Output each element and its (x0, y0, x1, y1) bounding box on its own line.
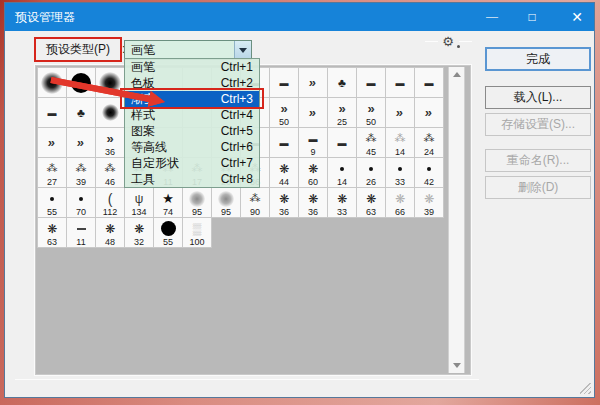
scroll-up-button[interactable] (449, 67, 464, 82)
brush-cell[interactable]: ▬ (414, 67, 444, 98)
brush-cell[interactable]: ▬ (385, 67, 415, 98)
brush-cell[interactable] (66, 67, 96, 98)
brush-cell[interactable]: 26 (356, 157, 386, 188)
brush-cell[interactable]: ▬ (37, 97, 67, 128)
combo-dropdown-button[interactable] (234, 41, 251, 59)
brush-cell[interactable]: » (414, 97, 444, 128)
brush-cell[interactable]: ♣ (327, 67, 357, 98)
brush-cell[interactable]: ❋32 (124, 217, 154, 248)
menu-item[interactable]: 画笔Ctrl+1 (125, 59, 259, 75)
brush-cell[interactable]: ⁂27 (37, 157, 67, 188)
menu-item-shortcut: Ctrl+7 (221, 155, 253, 171)
brush-cell[interactable]: ❋48 (95, 217, 125, 248)
brush-cell[interactable]: »50 (269, 97, 299, 128)
brush-cell[interactable]: ★74 (153, 187, 183, 218)
brush-cell[interactable]: ⁂14 (385, 127, 415, 158)
brush-cell[interactable]: ⁂24 (414, 127, 444, 158)
brush-cell[interactable]: 11 (66, 217, 96, 248)
menu-item[interactable]: 渐变Ctrl+3 (125, 91, 259, 107)
brush-cell[interactable]: ❋44 (269, 157, 299, 188)
brush-cell[interactable]: ⁂46 (95, 157, 125, 188)
brush-cell[interactable]: » (37, 127, 67, 158)
brush-icon: » (308, 75, 317, 90)
minimize-button[interactable]: — (477, 3, 507, 31)
brush-cell[interactable]: ❋66 (385, 187, 415, 218)
brush-icon: » (367, 101, 374, 116)
scroll-up-icon (453, 72, 461, 77)
brush-cell[interactable]: ▬ (269, 127, 299, 158)
resize-grip[interactable] (580, 383, 591, 394)
brush-cell[interactable]: (112 (95, 187, 125, 218)
brush-cell[interactable]: ▬ (327, 127, 357, 158)
scroll-down-button[interactable] (449, 358, 464, 373)
brush-icon: ▬ (338, 138, 347, 148)
brush-size-label: 55 (38, 207, 66, 217)
load-button[interactable]: 载入(L)... (485, 86, 591, 109)
brush-cell[interactable]: ▬9 (298, 127, 328, 158)
brush-size-label: 63 (38, 237, 66, 247)
brush-icon (102, 104, 119, 121)
close-button[interactable]: ✕ (558, 3, 596, 31)
brush-cell[interactable]: 70 (66, 187, 96, 218)
menu-item[interactable]: 等高线Ctrl+6 (125, 139, 259, 155)
preset-type-label: 预设类型(P) (46, 41, 110, 58)
brush-cell[interactable]: ❋33 (327, 187, 357, 218)
brush-cell[interactable] (37, 67, 67, 98)
brush-cell[interactable]: ❋39 (414, 187, 444, 218)
brush-icon (77, 228, 86, 230)
brush-icon (71, 73, 91, 93)
brush-cell[interactable]: 33 (385, 157, 415, 188)
brush-cell[interactable]: ❋63 (37, 217, 67, 248)
brush-cell[interactable]: ▒100 (182, 217, 212, 248)
brush-size-label: 39 (67, 177, 95, 187)
brush-cell[interactable]: ❋63 (356, 187, 386, 218)
brush-cell[interactable]: 42 (414, 157, 444, 188)
brush-size-label: 95 (183, 207, 211, 217)
brush-cell[interactable]: ♣ (66, 97, 96, 128)
brush-cell[interactable]: ❋36 (298, 187, 328, 218)
brush-cell[interactable]: ψ134 (124, 187, 154, 218)
menu-item[interactable]: 图案Ctrl+5 (125, 123, 259, 139)
brush-cell[interactable]: » (385, 97, 415, 128)
menu-item[interactable]: 样式Ctrl+4 (125, 107, 259, 123)
brush-cell[interactable]: 55 (37, 187, 67, 218)
menu-item[interactable]: 色板Ctrl+2 (125, 75, 259, 91)
brush-icon: » (106, 131, 113, 146)
brush-cell[interactable]: ⁂45 (356, 127, 386, 158)
scrollbar[interactable] (448, 67, 465, 373)
brush-cell[interactable]: »50 (356, 97, 386, 128)
brush-cell[interactable] (95, 97, 125, 128)
brush-size-label: 14 (328, 177, 356, 187)
brush-cell[interactable]: 95 (211, 187, 241, 218)
brush-cell[interactable]: ⁂39 (66, 157, 96, 188)
done-button[interactable]: 完成 (485, 47, 591, 71)
brush-icon (427, 167, 431, 171)
brush-cell[interactable]: ▬ (269, 67, 299, 98)
brush-cell[interactable]: 14 (327, 157, 357, 188)
preset-type-select[interactable]: 画笔 (124, 40, 252, 60)
delete-button: 删除(D) (485, 176, 591, 199)
brush-icon: ❋ (279, 192, 289, 206)
brush-icon: » (308, 105, 317, 120)
maximize-button[interactable]: □ (517, 3, 547, 31)
brush-cell[interactable]: » (298, 67, 328, 98)
preset-type-menu: 画笔Ctrl+1色板Ctrl+2渐变Ctrl+3样式Ctrl+4图案Ctrl+5… (124, 58, 260, 188)
highlight-box-preset-type: 预设类型(P) (34, 37, 122, 62)
brush-cell[interactable]: 55 (153, 217, 183, 248)
brush-cell[interactable]: » (66, 127, 96, 158)
menu-item[interactable]: 自定形状Ctrl+7 (125, 155, 259, 171)
menu-item[interactable]: 工具Ctrl+8 (125, 171, 259, 187)
brush-cell[interactable]: ❋60 (298, 157, 328, 188)
brush-cell[interactable]: ❋36 (269, 187, 299, 218)
brush-cell[interactable]: ▬ (356, 67, 386, 98)
brush-cell[interactable]: 95 (182, 187, 212, 218)
brush-cell[interactable]: »25 (327, 97, 357, 128)
brush-cell[interactable]: »36 (95, 127, 125, 158)
brush-size-label: 27 (38, 177, 66, 187)
brush-cell[interactable]: ⁂90 (240, 187, 270, 218)
panel-menu-button[interactable]: ⚙ (439, 32, 457, 50)
brush-cell[interactable] (95, 67, 125, 98)
brush-icon: ▒ (193, 222, 202, 236)
brush-cell[interactable]: » (298, 97, 328, 128)
brush-icon: » (338, 101, 345, 116)
